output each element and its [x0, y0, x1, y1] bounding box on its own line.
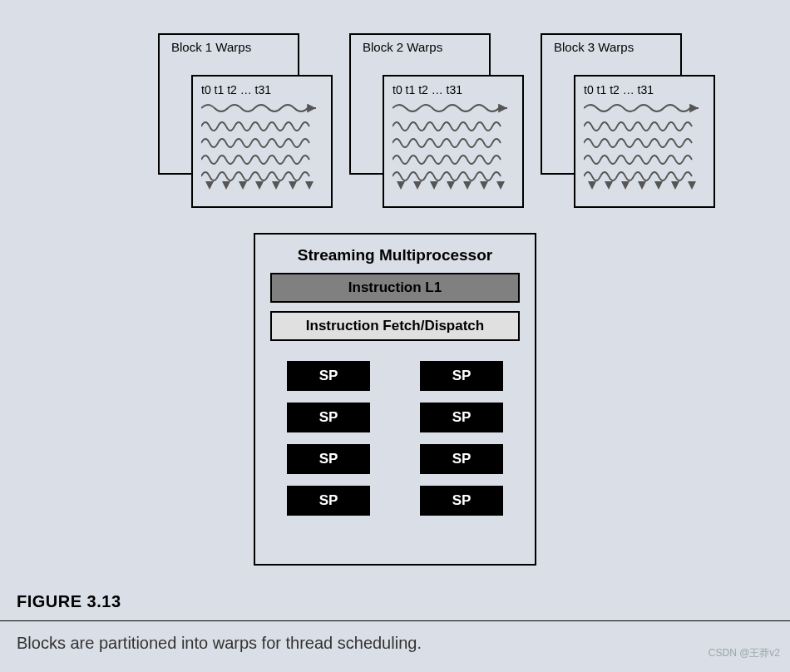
instruction-fetch-dispatch: Instruction Fetch/Dispatch [270, 311, 520, 341]
block-front-box: t0 t1 t2 … t31 [191, 75, 333, 208]
divider [0, 620, 790, 621]
figure-number: FIGURE 3.13 [17, 592, 121, 611]
figure-caption: Blocks are partitioned into warps for th… [17, 634, 422, 653]
sp-unit: SP [287, 361, 370, 391]
instruction-l1: Instruction L1 [270, 273, 520, 303]
sp-unit: SP [287, 486, 370, 516]
warp-threads-icon [584, 101, 700, 193]
sp-unit: SP [420, 444, 503, 474]
thread-labels: t0 t1 t2 … t31 [393, 83, 514, 96]
watermark: CSDN @王莽v2 [709, 646, 780, 660]
thread-labels: t0 t1 t2 … t31 [201, 83, 323, 96]
warp-threads-icon [393, 101, 509, 193]
sp-unit: SP [420, 403, 503, 432]
warp-threads-icon [201, 101, 318, 193]
sp-unit: SP [420, 361, 503, 391]
sp-unit: SP [420, 486, 503, 516]
block-warp-3: Block 3 Warps t0 t1 t2 … t31 [541, 33, 707, 200]
block-front-box: t0 t1 t2 … t31 [574, 75, 715, 208]
block-label: Block 3 Warps [554, 40, 634, 54]
sp-grid: SP SP SP SP SP SP SP SP [270, 361, 520, 516]
sp-unit: SP [287, 403, 370, 432]
block-label: Block 1 Warps [171, 40, 251, 54]
block-front-box: t0 t1 t2 … t31 [383, 75, 524, 208]
thread-labels: t0 t1 t2 … t31 [584, 83, 705, 96]
sm-title: Streaming Multiprocessor [270, 246, 520, 264]
streaming-multiprocessor: Streaming Multiprocessor Instruction L1 … [254, 233, 536, 566]
block-warp-1: Block 1 Warps t0 t1 t2 … t31 [158, 33, 324, 200]
blocks-row: Block 1 Warps t0 t1 t2 … t31 [158, 33, 707, 200]
block-label: Block 2 Warps [363, 40, 442, 54]
block-warp-2: Block 2 Warps t0 t1 t2 … t31 [349, 33, 516, 200]
sp-unit: SP [287, 444, 370, 474]
